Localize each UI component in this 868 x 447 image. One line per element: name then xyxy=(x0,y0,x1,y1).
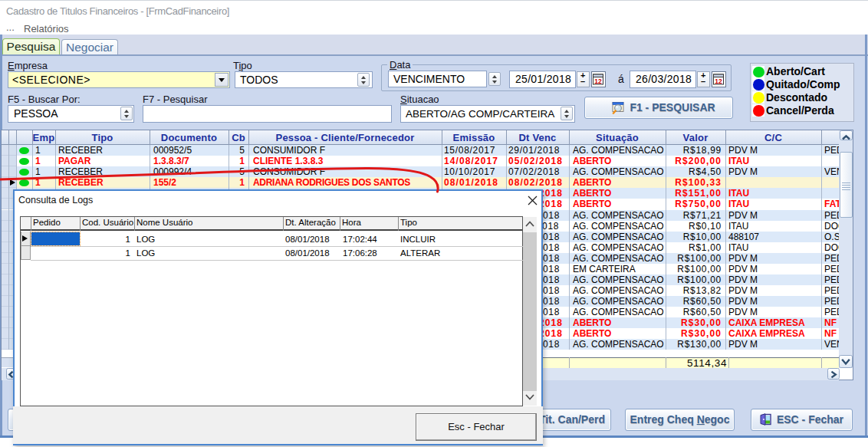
svg-text:12: 12 xyxy=(715,77,722,85)
svg-text:12: 12 xyxy=(594,77,602,85)
